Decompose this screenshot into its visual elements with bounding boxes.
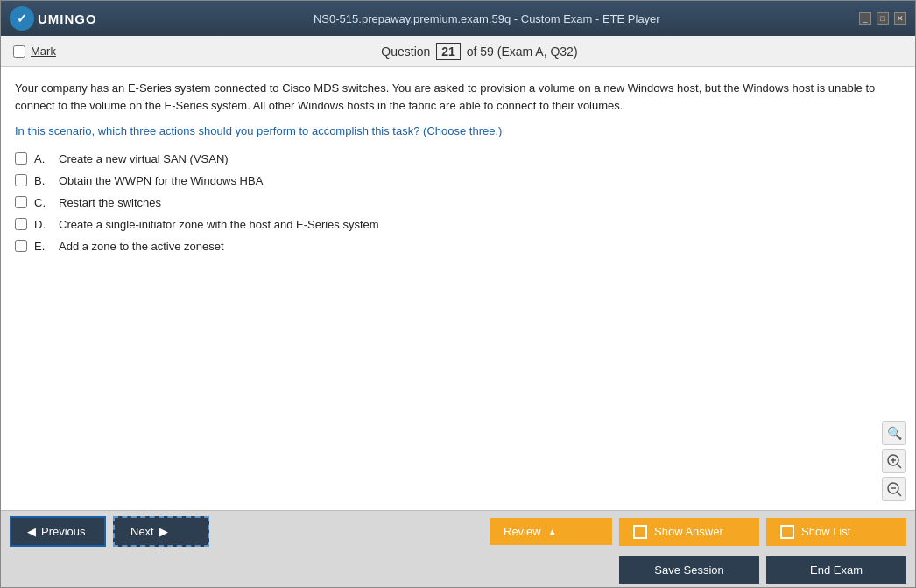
maximize-button[interactable]: □ xyxy=(877,12,889,24)
option-d: D. Create a single-initiator zone with t… xyxy=(15,218,901,231)
mark-label: Mark xyxy=(31,45,56,58)
previous-button[interactable]: ◀ Previous xyxy=(10,516,106,547)
toolbar: Mark Question 21 of 59 (Exam A, Q32) xyxy=(1,36,915,67)
minimize-button[interactable]: _ xyxy=(859,12,871,24)
review-button[interactable]: Review ▲ xyxy=(490,518,612,545)
question-of: of 59 (Exam A, Q32) xyxy=(467,45,578,59)
option-a-checkbox[interactable] xyxy=(15,152,27,164)
logo-text: UMINGO xyxy=(38,11,97,26)
end-exam-button[interactable]: End Exam xyxy=(766,556,906,584)
mark-checkbox[interactable] xyxy=(13,46,25,58)
zoom-out-icon[interactable] xyxy=(882,477,906,501)
option-e-checkbox[interactable] xyxy=(15,240,27,252)
bottom-row2: Save Session End Exam xyxy=(1,552,915,587)
option-c-checkbox[interactable] xyxy=(15,196,27,208)
question-body: Your company has an E-Series system conn… xyxy=(15,80,901,114)
prev-label: Previous xyxy=(41,525,86,538)
window-controls: _ □ ✕ xyxy=(859,12,906,24)
show-answer-icon xyxy=(633,525,647,539)
option-d-text: Create a single-initiator zone with the … xyxy=(59,218,379,231)
review-label: Review xyxy=(504,525,541,538)
option-b-checkbox[interactable] xyxy=(15,174,27,186)
logo: ✓ UMINGO xyxy=(10,6,97,31)
bottom-row1: ◀ Previous Next ▶ Review ▲ Show Answer xyxy=(1,511,915,552)
window-title: NS0-515.prepaway.premium.exam.59q - Cust… xyxy=(115,12,859,25)
next-arrow-icon: ▶ xyxy=(159,525,168,538)
option-a: A. Create a new virtual SAN (VSAN) xyxy=(15,152,901,165)
question-label: Question xyxy=(381,45,430,59)
logo-icon: ✓ xyxy=(10,6,34,31)
next-label: Next xyxy=(130,525,154,538)
option-c-text: Restart the switches xyxy=(59,196,161,209)
show-list-label: Show List xyxy=(801,525,850,538)
show-list-icon xyxy=(780,525,794,539)
show-list-button[interactable]: Show List xyxy=(766,518,906,546)
option-d-letter: D. xyxy=(34,218,52,231)
option-e: E. Add a zone to the active zoneset xyxy=(15,240,901,253)
question-scenario: In this scenario, which three actions sh… xyxy=(15,122,901,140)
close-button[interactable]: ✕ xyxy=(894,12,906,24)
search-icon[interactable]: 🔍 xyxy=(882,421,906,445)
option-d-checkbox[interactable] xyxy=(15,218,27,230)
option-c-letter: C. xyxy=(34,196,52,209)
option-e-text: Add a zone to the active zoneset xyxy=(59,240,224,253)
option-c: C. Restart the switches xyxy=(15,196,901,209)
question-nav: Question 21 of 59 (Exam A, Q32) xyxy=(56,43,903,60)
prev-arrow-icon: ◀ xyxy=(27,525,36,538)
svg-line-5 xyxy=(898,493,901,496)
sidebar-icons: 🔍 xyxy=(882,421,906,501)
save-session-label: Save Session xyxy=(654,564,724,577)
end-exam-label: End Exam xyxy=(810,564,863,577)
option-e-letter: E. xyxy=(34,240,52,253)
zoom-in-icon[interactable] xyxy=(882,449,906,473)
option-b: B. Obtain the WWPN for the Windows HBA xyxy=(15,174,901,187)
show-answer-button[interactable]: Show Answer xyxy=(619,518,759,546)
bottombar: ◀ Previous Next ▶ Review ▲ Show Answer xyxy=(1,510,915,587)
mark-container: Mark xyxy=(13,45,56,58)
svg-line-1 xyxy=(898,465,901,468)
next-button[interactable]: Next ▶ xyxy=(113,516,209,547)
content-area: Your company has an E-Series system conn… xyxy=(1,67,915,510)
option-a-letter: A. xyxy=(34,152,52,165)
show-answer-label: Show Answer xyxy=(654,525,723,538)
option-a-text: Create a new virtual SAN (VSAN) xyxy=(59,152,229,165)
option-b-text: Obtain the WWPN for the Windows HBA xyxy=(59,174,263,187)
titlebar: ✓ UMINGO NS0-515.prepaway.premium.exam.5… xyxy=(1,1,915,36)
review-arrow-icon: ▲ xyxy=(548,527,557,536)
question-number: 21 xyxy=(436,43,461,60)
option-b-letter: B. xyxy=(34,174,52,187)
save-session-button[interactable]: Save Session xyxy=(619,556,759,584)
